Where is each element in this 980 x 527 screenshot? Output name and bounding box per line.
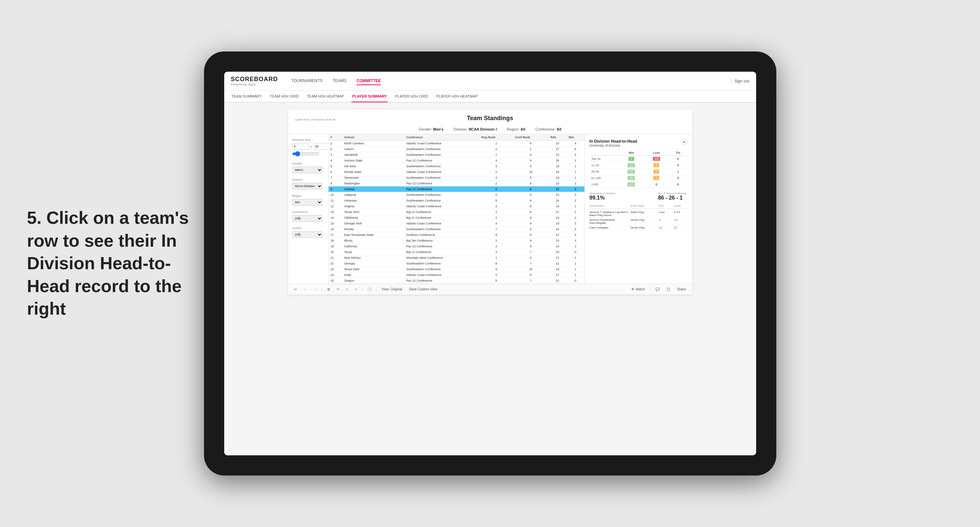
table-row[interactable]: 21 New Mexico Mountain West Conference 1… <box>329 255 584 261</box>
table-row[interactable]: 22 Georgia Southeastern Conference 8 7 2… <box>329 261 584 267</box>
h2h-win: 20 <box>619 175 644 181</box>
nav-tournaments[interactable]: TOURNAMENTS <box>291 77 323 85</box>
table-row[interactable]: 4 Arizona State Pac-12 Conference 4 9 26… <box>329 158 584 163</box>
cell-num: 11 <box>329 198 342 203</box>
table-row[interactable]: 1 North Carolina Atlantic Coast Conferen… <box>329 141 584 146</box>
table-row[interactable]: 14 Oklahoma Big 12 Conference 2 9 24 2 <box>329 215 584 221</box>
table-row[interactable]: 11-25 11 8 0 <box>589 162 687 168</box>
table-row[interactable]: 13 Texas Tech Big 12 Conference 1 9 27 2 <box>329 210 584 215</box>
cell-conf-rank: 6 <box>513 175 549 181</box>
table-row[interactable]: 18 Illinois Big Ten Conference 1 9 23 3 <box>329 238 584 244</box>
table-row[interactable]: 26-50 25 2 1 <box>589 168 687 175</box>
cell-reg-rank: 2 <box>479 169 513 175</box>
toolbar-save-custom-view[interactable]: Save Custom View <box>407 287 439 292</box>
t-pos: 11 <box>659 226 673 229</box>
table-row[interactable]: 3 Vanderbilt Southeastern Conference 2 8… <box>329 152 584 158</box>
table-row[interactable]: 5 Ole Miss Southeastern Conference 3 6 1… <box>329 163 584 169</box>
table-row[interactable]: 16 Florida Southeastern Conference 7 9 2… <box>329 227 584 232</box>
sub-nav-team-h2h-grid[interactable]: TEAM H2H GRID <box>269 91 299 102</box>
table-row[interactable]: 15 Georgia Tech Atlantic Coast Conferenc… <box>329 221 584 227</box>
cell-conf-rank: 9 <box>513 238 549 244</box>
cell-reg-rank: 9 <box>479 267 513 272</box>
filter-region-select[interactable]: N/A <box>292 199 323 206</box>
table-row[interactable]: 24 Duke Atlantic Coast Conference 5 9 27… <box>329 272 584 278</box>
filter-max-input[interactable] <box>313 143 330 150</box>
h2h-loss: 3 <box>644 175 669 181</box>
cell-school: Duke <box>342 272 404 278</box>
panel-title: Team Standings <box>467 115 514 122</box>
h2h-win: 3 <box>619 156 644 162</box>
toolbar-clipboard[interactable]: 📋 <box>664 287 672 292</box>
table-row[interactable]: 25 Oregon Pac-12 Conference 5 7 21 0 <box>329 278 584 284</box>
toolbar-share[interactable]: Share <box>675 287 688 292</box>
filter-label-min-rou: Minimum Rou... <box>292 138 324 142</box>
filter-slider[interactable] <box>292 151 319 157</box>
toolbar-clock[interactable]: 🕐 <box>365 287 373 292</box>
toolbar-grid[interactable]: ⊞ <box>325 287 332 292</box>
table-row[interactable]: 23 Texas A&M Southeastern Conference 9 1… <box>329 267 584 272</box>
filter-division: Division: NCAA Division I <box>453 127 496 131</box>
list-item[interactable]: Jackson T. Stephens Cup Men's Match-Play… <box>589 210 687 218</box>
sub-nav-player-h2h-heatmap[interactable]: PLAYER H2H HEATMAP <box>436 91 478 102</box>
table-row[interactable]: 19 California Pac-12 Conference 4 8 24 2 <box>329 244 584 249</box>
nav-committee[interactable]: COMMITTEE <box>356 77 381 85</box>
sub-nav-player-h2h-grid[interactable]: PLAYER H2H GRID <box>394 91 429 102</box>
h2h-range: 11-25 <box>589 162 619 168</box>
filter-gender-select[interactable]: Men's <box>292 167 323 173</box>
table-row[interactable]: 10 Alabama Southeastern Conference 5 8 2… <box>329 192 584 198</box>
cell-conf-rank: 8 <box>513 244 549 249</box>
table-row[interactable]: 20 Texas Big 12 Conference 3 7 20 0 <box>329 249 584 255</box>
table-row[interactable]: 8 Washington Pac-12 Conference 2 8 23 1 <box>329 181 584 186</box>
list-item[interactable]: Arizona Thunderbirds Intercollegiate Str… <box>589 218 687 225</box>
cell-rds: 24 <box>549 215 566 221</box>
t-name: Cabo Collegiate <box>589 226 630 229</box>
table-row[interactable]: 6 Florida State Atlantic Coast Conferenc… <box>329 169 584 175</box>
toolbar-copy[interactable]: □ <box>344 287 350 292</box>
table-row[interactable]: Top 10 3 13 0 <box>589 156 687 162</box>
filter-conference-select[interactable]: (All) <box>292 215 323 222</box>
cell-conference: Southeastern Conference <box>404 192 479 198</box>
h2h-header: In Division Head-to-Head University of A… <box>589 139 687 148</box>
sub-nav-team-summary[interactable]: TEAM SUMMARY <box>231 91 262 102</box>
toolbar-view-original[interactable]: View: Original <box>379 287 404 292</box>
t-event-type: Stroke Play <box>631 226 658 229</box>
sub-nav: TEAM SUMMARY TEAM H2H GRID TEAM H2H HEAT… <box>224 90 756 103</box>
cell-rds: 23 <box>549 221 566 227</box>
table-row[interactable]: 7 Tennessee Southeastern Conference 4 6 … <box>329 175 584 181</box>
sub-nav-player-summary[interactable]: PLAYER SUMMARY <box>352 91 388 102</box>
list-item[interactable]: Cabo Collegiate Stroke Play 11 17 <box>589 225 687 230</box>
h2h-close-btn[interactable]: ✕ <box>681 139 687 145</box>
nav-teams[interactable]: TEAMS <box>332 77 347 85</box>
table-row[interactable]: 2 Auburn Southeastern Conference 2 1 27 … <box>329 146 584 152</box>
toolbar-watch[interactable]: 👁 Watch <box>629 287 647 292</box>
toolbar-add[interactable]: + <box>353 287 359 292</box>
cell-conf-rank: 10 <box>513 169 549 175</box>
table-row[interactable]: >100 27 0 0 <box>589 181 687 188</box>
toolbar-undo[interactable]: ↩ <box>292 287 299 292</box>
filter-min-input[interactable] <box>292 143 309 150</box>
table-row[interactable]: 11 Arkansas Southeastern Conference 6 8 … <box>329 198 584 203</box>
filter-school-select[interactable]: (All) <box>292 231 323 238</box>
cell-num: 23 <box>329 267 342 272</box>
sub-nav-team-h2h-heatmap[interactable]: TEAM H2H HEATMAP <box>306 91 345 102</box>
toolbar-comment[interactable]: 💬 <box>654 287 662 292</box>
cell-num: 6 <box>329 169 342 175</box>
toolbar-forward[interactable]: → <box>312 287 319 292</box>
toolbar-cut[interactable]: ✂ <box>335 287 341 292</box>
filter-division-select[interactable]: NCAA Division I <box>292 183 323 189</box>
cell-rds: 24 <box>549 244 566 249</box>
table-row[interactable]: 17 East Tennessee State Southern Confere… <box>329 232 584 238</box>
cell-school: Florida State <box>342 169 404 175</box>
cell-rds: 26 <box>549 158 566 163</box>
table-row[interactable]: 51-100 20 3 0 <box>589 175 687 181</box>
filter-range: – <box>292 143 324 150</box>
cell-reg-rank: 3 <box>479 203 513 210</box>
sign-out-btn[interactable]: Sign out <box>734 79 749 83</box>
toolbar-back[interactable]: ← <box>302 287 309 292</box>
t-name: Jackson T. Stephens Cup Men's Match-Play… <box>589 211 630 217</box>
table-row[interactable]: 12 Virginia Atlantic Coast Conference 3 … <box>329 203 584 210</box>
cell-conference: Pac-12 Conference <box>404 244 479 249</box>
h2h-col-tie: Tie <box>669 150 687 156</box>
logo-text: SCOREBOARD <box>231 76 278 83</box>
table-row[interactable]: 9 Arizona Pac-12 Conference 5 8 22 2 <box>329 186 584 192</box>
